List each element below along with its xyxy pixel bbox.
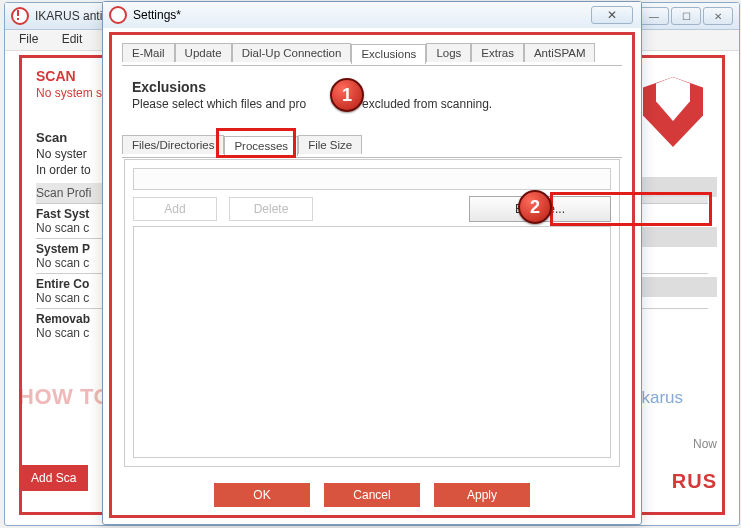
ok-button[interactable]: OK xyxy=(214,483,310,507)
subtab-processes[interactable]: Processes xyxy=(224,136,298,156)
menu-edit[interactable]: Edit xyxy=(52,30,93,48)
path-input[interactable] xyxy=(133,168,611,190)
tab-exclusions[interactable]: Exclusions xyxy=(351,44,426,64)
dialog-buttons: OK Cancel Apply xyxy=(112,483,632,507)
settings-dialog: Settings* ✕ E-MailUpdateDial-Up Connecti… xyxy=(102,1,642,525)
section-description: Please select which files and proXXXX ar… xyxy=(132,97,612,111)
callout-1: 1 xyxy=(330,78,364,112)
subtab-filesize[interactable]: File Size xyxy=(298,135,362,154)
dialog-titlebar: Settings* ✕ xyxy=(103,2,641,28)
brand-logo: RUS xyxy=(672,470,717,493)
tab-extras[interactable]: Extras xyxy=(471,43,524,62)
dialog-icon xyxy=(109,6,127,24)
close-button[interactable]: ✕ xyxy=(703,7,733,25)
dialog-tabs: E-MailUpdateDial-Up ConnectionExclusions… xyxy=(122,43,622,66)
minimize-button[interactable]: — xyxy=(639,7,669,25)
dialog-title: Settings* xyxy=(133,8,181,22)
exclusions-section: Exclusions Please select which files and… xyxy=(132,79,612,111)
tab-dialup[interactable]: Dial-Up Connection xyxy=(232,43,352,62)
now-label: Now xyxy=(693,437,717,451)
add-scan-button[interactable]: Add Sca xyxy=(19,465,88,491)
main-title: IKARUS anti. xyxy=(35,9,106,23)
sidebar-slot xyxy=(629,177,717,197)
tab-email[interactable]: E-Mail xyxy=(122,43,175,62)
maximize-button[interactable]: ☐ xyxy=(671,7,701,25)
cancel-button[interactable]: Cancel xyxy=(324,483,420,507)
sidebar-slot xyxy=(629,277,717,297)
menu-file[interactable]: File xyxy=(9,30,48,48)
tab-logs[interactable]: Logs xyxy=(426,43,471,62)
apply-button[interactable]: Apply xyxy=(434,483,530,507)
tab-update[interactable]: Update xyxy=(175,43,232,62)
app-icon xyxy=(11,7,29,25)
callout-2: 2 xyxy=(518,190,552,224)
exclusion-list[interactable] xyxy=(133,226,611,458)
add-button: Add xyxy=(133,197,217,221)
exclusion-subtabs: Files/DirectoriesProcessesFile Size xyxy=(122,135,622,158)
dialog-close-button[interactable]: ✕ xyxy=(591,6,633,24)
dialog-body: E-MailUpdateDial-Up ConnectionExclusions… xyxy=(109,32,635,518)
right-sidebar: Now RUS xyxy=(629,65,717,505)
subtab-files[interactable]: Files/Directories xyxy=(122,135,224,154)
shield-icon xyxy=(643,77,703,147)
delete-button: Delete xyxy=(229,197,313,221)
window-controls: — ☐ ✕ xyxy=(639,7,733,25)
sidebar-slot xyxy=(629,227,717,247)
tab-antispam[interactable]: AntiSPAM xyxy=(524,43,596,62)
section-heading: Exclusions xyxy=(132,79,612,95)
